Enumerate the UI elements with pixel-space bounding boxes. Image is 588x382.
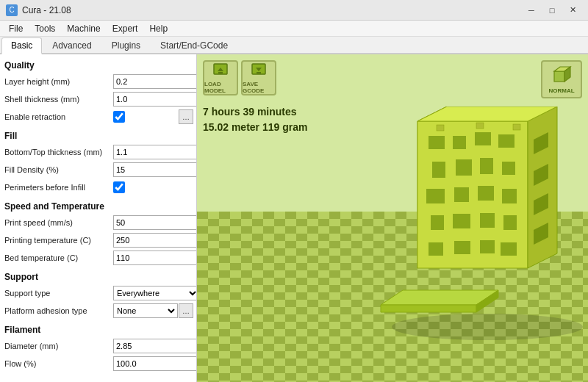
svg-point-13 <box>392 314 583 340</box>
svg-rect-35 <box>453 214 470 228</box>
fill-density-row: Fill Density (%) … <box>3 162 193 178</box>
platform-adhesion-select-wrapper: None Brim Raft <box>113 303 178 318</box>
load-model-label: LOAD MODEL <box>204 81 237 94</box>
svg-rect-40 <box>480 240 495 253</box>
shell-thickness-input[interactable] <box>113 92 197 107</box>
support-section-title: Support <box>4 272 193 282</box>
viewport-toolbar: LOAD MODEL SAVE GCODE <box>203 60 276 96</box>
tab-advanced[interactable]: Advanced <box>43 37 101 53</box>
enable-retraction-checkbox[interactable] <box>113 111 125 123</box>
support-type-select[interactable]: None Everywhere Touching buildplate <box>113 286 197 300</box>
perimeters-before-infill-checkbox[interactable] <box>113 181 125 193</box>
layer-height-input[interactable] <box>113 74 197 89</box>
print-info: 7 hours 39 minutes 15.02 meter 119 gram <box>203 104 307 135</box>
svg-rect-36 <box>480 213 495 228</box>
title-bar: C Cura - 21.08 ─ □ ✕ <box>0 0 588 21</box>
support-type-row: Support type None Everywhere Touching bu… <box>3 285 193 301</box>
menu-file[interactable]: File <box>3 22 29 35</box>
svg-rect-5 <box>257 72 261 73</box>
diameter-row: Diameter (mm) <box>3 338 193 354</box>
support-type-select-wrapper: None Everywhere Touching buildplate <box>113 286 197 300</box>
svg-rect-2 <box>218 72 223 73</box>
platform-adhesion-select[interactable]: None Brim Raft <box>113 303 178 318</box>
bottom-top-thickness-label: Bottom/Top thickness (mm) <box>3 147 113 157</box>
menu-tools[interactable]: Tools <box>29 22 61 35</box>
menu-bar: File Tools Machine Expert Help <box>0 21 588 37</box>
svg-rect-6 <box>554 71 564 82</box>
flow-label: Flow (%) <box>3 358 113 369</box>
fill-section-title: Fill <box>4 131 193 141</box>
svg-marker-15 <box>381 305 476 312</box>
tab-basic[interactable]: Basic <box>1 37 42 54</box>
maximize-button[interactable]: □ <box>542 3 562 18</box>
fill-density-label: Fill Density (%) <box>3 165 113 175</box>
platform-adhesion-row: Platform adhesion type None Brim Raft … <box>3 303 193 319</box>
svg-rect-47 <box>476 123 484 129</box>
enable-retraction-row: Enable retraction … <box>3 109 193 125</box>
print-speed-input[interactable] <box>113 215 197 230</box>
svg-rect-30 <box>426 189 445 203</box>
print-material: 15.02 meter 119 gram <box>203 120 307 135</box>
bottom-top-thickness-input[interactable] <box>113 145 197 159</box>
menu-machine[interactable]: Machine <box>61 22 106 35</box>
svg-rect-22 <box>429 136 445 149</box>
shell-thickness-label: Shell thickness (mm) <box>3 94 113 104</box>
svg-rect-39 <box>454 241 470 254</box>
svg-rect-37 <box>503 215 517 230</box>
layer-height-row: Layer height (mm) <box>3 73 193 90</box>
normal-view-label: NORMAL <box>548 87 574 94</box>
flow-row: Flow (%) <box>3 356 193 372</box>
save-gcode-button[interactable]: SAVE GCODE <box>241 60 276 96</box>
app-icon: C <box>6 4 18 16</box>
printing-temperature-input[interactable] <box>113 233 197 248</box>
printing-temperature-label: Printing temperature (C) <box>3 235 113 245</box>
load-model-button[interactable]: LOAD MODEL <box>203 60 238 96</box>
platform-adhesion-label: Platform adhesion type <box>3 306 113 316</box>
svg-rect-33 <box>502 189 517 203</box>
menu-help[interactable]: Help <box>143 22 173 35</box>
close-button[interactable]: ✕ <box>563 3 582 18</box>
svg-marker-20 <box>528 107 557 268</box>
3d-model <box>366 107 588 342</box>
perimeters-before-infill-label: Perimeters before Infill <box>3 182 113 192</box>
svg-rect-34 <box>431 215 444 230</box>
fill-density-input[interactable] <box>113 162 197 177</box>
svg-rect-28 <box>480 158 493 174</box>
speed-temp-section-title: Speed and Temperature <box>4 201 193 212</box>
retraction-extra-button[interactable]: … <box>179 109 193 124</box>
svg-rect-41 <box>501 242 517 256</box>
settings-panel: Quality Layer height (mm) Shell thicknes… <box>0 54 197 382</box>
normal-view-button[interactable]: NORMAL <box>541 60 582 98</box>
svg-rect-25 <box>498 134 514 148</box>
diameter-input[interactable] <box>113 339 197 353</box>
svg-rect-27 <box>456 159 472 176</box>
print-time: 7 hours 39 minutes <box>203 104 307 120</box>
print-speed-row: Print speed (mm/s) <box>3 215 193 231</box>
print-speed-label: Print speed (mm/s) <box>3 217 113 228</box>
layer-height-label: Layer height (mm) <box>3 76 113 87</box>
svg-rect-31 <box>454 187 469 202</box>
menu-expert[interactable]: Expert <box>107 22 144 35</box>
platform-adhesion-extra-button[interactable]: … <box>179 303 193 318</box>
svg-rect-23 <box>453 136 466 149</box>
tab-bar: Basic Advanced Plugins Start/End-GCode <box>0 37 588 54</box>
save-gcode-label: SAVE GCODE <box>243 81 275 94</box>
window-title: Cura - 21.08 <box>22 5 522 15</box>
svg-rect-29 <box>502 162 515 175</box>
viewport: LOAD MODEL SAVE GCODE 7 hours 39 minutes… <box>197 54 588 382</box>
bed-temperature-label: Bed temperature (C) <box>3 253 113 263</box>
flow-input[interactable] <box>113 356 197 371</box>
window-controls: ─ □ ✕ <box>522 3 582 18</box>
shell-thickness-row: Shell thickness (mm) <box>3 91 193 107</box>
diameter-label: Diameter (mm) <box>3 341 113 351</box>
tab-start-end-gcode[interactable]: Start/End-GCode <box>151 37 237 53</box>
main-content: Quality Layer height (mm) Shell thicknes… <box>0 54 588 382</box>
tab-plugins[interactable]: Plugins <box>102 37 150 53</box>
minimize-button[interactable]: ─ <box>522 3 541 18</box>
filament-section-title: Filament <box>4 325 193 335</box>
quality-section-title: Quality <box>4 60 193 71</box>
svg-rect-38 <box>429 242 443 256</box>
svg-rect-32 <box>478 186 494 201</box>
bed-temperature-input[interactable] <box>113 251 197 265</box>
bottom-top-thickness-row: Bottom/Top thickness (mm) <box>3 144 193 160</box>
